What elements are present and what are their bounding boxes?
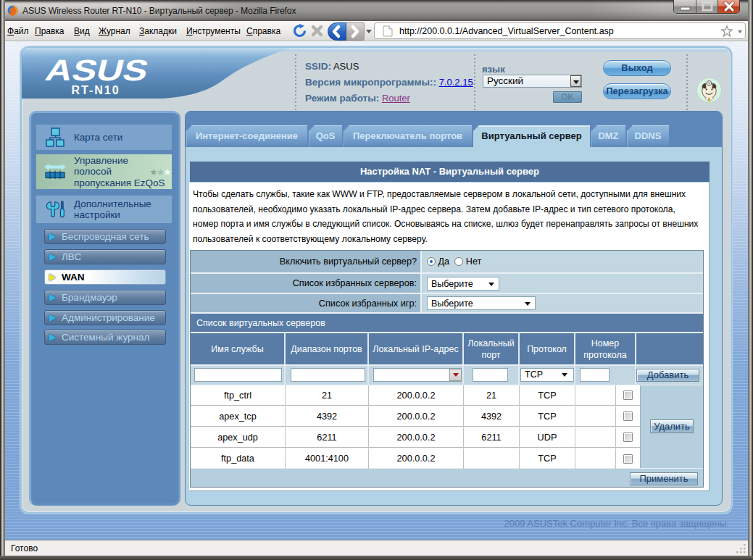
svg-text:ASUS: ASUS xyxy=(43,59,152,85)
